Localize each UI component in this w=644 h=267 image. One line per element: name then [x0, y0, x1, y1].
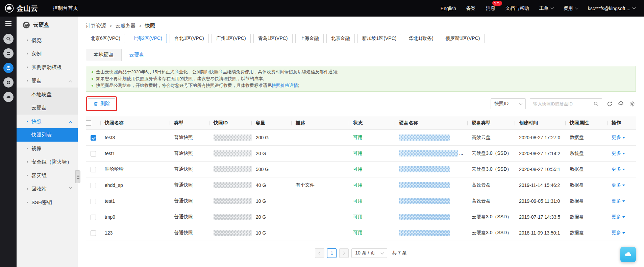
- menu-icon[interactable]: [5, 21, 11, 26]
- messages-link[interactable]: 消息 975: [486, 5, 495, 11]
- sidebar-item-2[interactable]: 实例启动模板: [17, 60, 78, 74]
- more-actions-link[interactable]: 更多: [612, 150, 625, 156]
- snapshot-id-cell: [209, 193, 252, 209]
- region-tab-9[interactable]: 俄罗斯1区(VPC): [441, 34, 485, 43]
- sidebar-item-8[interactable]: 镜像: [17, 142, 78, 155]
- breadcrumb-item[interactable]: 云服务器: [116, 23, 136, 29]
- page-size-select[interactable]: 10 条 / 页: [351, 248, 387, 258]
- search-input[interactable]: [533, 101, 593, 106]
- billing-menu[interactable]: 费用: [564, 5, 578, 11]
- row-checkbox[interactable]: [91, 183, 96, 188]
- row-checkbox[interactable]: [91, 151, 96, 156]
- row-checkbox[interactable]: [91, 135, 96, 141]
- status-cell: 可用: [349, 130, 395, 146]
- notice-line-2: 如果您不再计划使用快照服务或者存在无用的快照，建议您尽快清理快照，以节约成本;: [96, 75, 264, 82]
- sidebar-item-12[interactable]: SSH密钥: [17, 196, 78, 209]
- row-checkbox[interactable]: [91, 199, 96, 204]
- search-box: [530, 98, 602, 109]
- column-header-2: 快照ID: [209, 116, 252, 130]
- product-cloud-icon[interactable]: [3, 92, 14, 102]
- region-tab-3[interactable]: 广州1区(VPC): [212, 34, 251, 43]
- breadcrumb-item[interactable]: 计算资源: [86, 23, 106, 29]
- more-actions-link[interactable]: 更多: [612, 182, 625, 188]
- next-page-button[interactable]: [339, 248, 349, 258]
- product-security-icon[interactable]: [3, 77, 14, 88]
- price-detail-link[interactable]: 快照价格详情: [272, 83, 298, 88]
- more-actions-link[interactable]: 更多: [612, 214, 625, 220]
- row-checkbox[interactable]: [91, 167, 96, 172]
- redacted-disk-name[interactable]: [399, 182, 450, 188]
- sidebar-item-1[interactable]: 实例: [17, 47, 78, 60]
- breadcrumb: 计算资源 > 云服务器 > 快照: [86, 23, 636, 29]
- sidebar-item-3[interactable]: 硬盘: [17, 74, 78, 88]
- more-actions-link[interactable]: 更多: [612, 135, 625, 141]
- redacted-disk-name[interactable]: [399, 230, 450, 236]
- redacted-disk-name[interactable]: [399, 135, 450, 141]
- region-tab-4[interactable]: 青岛1区(VPC): [253, 34, 293, 43]
- tab-cloud-disk[interactable]: 云硬盘: [121, 49, 152, 61]
- product-server-icon[interactable]: [3, 48, 14, 58]
- kingsoft-cloud-logo[interactable]: 金山云: [5, 4, 38, 13]
- sidebar-item-9[interactable]: 安全组（防火墙）: [17, 155, 78, 169]
- sidebar-collapse-handle[interactable]: [75, 170, 80, 183]
- refresh-icon: [607, 101, 613, 107]
- status-cell: 可用: [349, 193, 395, 209]
- main-content: 计算资源 > 云服务器 > 快照 北京6区(VPC)上海2区(VPC)台北1区(…: [78, 17, 644, 267]
- more-actions-link[interactable]: 更多: [612, 230, 625, 236]
- row-checkbox[interactable]: [91, 230, 96, 236]
- workorder-menu[interactable]: 工单: [539, 5, 553, 11]
- search-icon[interactable]: [593, 101, 599, 106]
- more-actions-link[interactable]: 更多: [612, 198, 625, 204]
- beian-link[interactable]: 备案: [466, 5, 476, 11]
- product-search-icon[interactable]: [3, 34, 14, 44]
- redacted-disk-name[interactable]: [399, 214, 450, 220]
- language-link[interactable]: English: [441, 6, 456, 11]
- filter-type-select[interactable]: 快照ID: [491, 98, 526, 109]
- sidebar-title-text: 云硬盘: [33, 22, 49, 29]
- sidebar-item-label: 快照: [31, 118, 42, 125]
- filter-selected-value: 快照ID: [494, 101, 509, 107]
- region-tab-2[interactable]: 台北1区(VPC): [170, 34, 209, 43]
- select-all-checkbox[interactable]: [86, 120, 91, 126]
- caret-down-icon: [622, 153, 625, 154]
- refresh-button[interactable]: [606, 100, 613, 107]
- more-actions-link[interactable]: 更多: [612, 166, 625, 172]
- row-checkbox[interactable]: [91, 215, 96, 220]
- download-button[interactable]: [617, 100, 625, 107]
- region-tab-5[interactable]: 上海金融: [295, 34, 324, 43]
- redacted-disk-name[interactable]: [399, 166, 450, 172]
- redacted-disk-name[interactable]: [399, 150, 458, 156]
- sidebar-item-11[interactable]: 回收站: [17, 182, 78, 196]
- sidebar-item-4[interactable]: 本地硬盘: [17, 88, 78, 101]
- caret-down-icon: [622, 169, 625, 170]
- region-tab-1[interactable]: 上海2区(VPC): [128, 34, 167, 43]
- product-cloud-disk-icon[interactable]: [3, 63, 14, 73]
- region-tab-0[interactable]: 北京6区(VPC): [86, 34, 125, 43]
- redacted-disk-name[interactable]: [399, 198, 450, 204]
- caret-down-icon: [622, 200, 625, 202]
- column-header-5: 状态: [349, 116, 395, 130]
- sidebar-item-5[interactable]: 云硬盘: [17, 101, 78, 115]
- sidebar-item-10[interactable]: 容灾组: [17, 169, 78, 182]
- prev-page-button[interactable]: [315, 248, 324, 258]
- tab-local-disk[interactable]: 本地硬盘: [86, 49, 122, 61]
- sidebar-item-6[interactable]: 快照: [17, 115, 78, 128]
- snapshot-name-cell: 123: [101, 225, 170, 241]
- delete-button[interactable]: 删除: [88, 98, 115, 109]
- sidebar-item-7[interactable]: 快照列表: [17, 128, 78, 142]
- region-tab-8[interactable]: 华北1(政务): [404, 34, 438, 43]
- console-home-link[interactable]: 控制台首页: [53, 5, 78, 11]
- sidebar-item-0[interactable]: 概览: [17, 33, 78, 47]
- help-float-button[interactable]: [620, 247, 636, 262]
- capacity-cell: 40 G: [252, 177, 292, 193]
- current-page-button[interactable]: 1: [327, 248, 337, 258]
- region-tab-6[interactable]: 北京金融: [326, 34, 355, 43]
- settings-button[interactable]: [629, 100, 636, 107]
- disk-name-cell: ...: [395, 146, 468, 162]
- docs-help-link[interactable]: 文档与帮助: [505, 5, 529, 11]
- more-label: 更多: [612, 135, 621, 141]
- account-menu[interactable]: ksc***fs@kingsoft....: [588, 6, 635, 11]
- capacity-cell: 20 G: [252, 146, 292, 162]
- snapshot-type-cell: 普通快照: [170, 193, 209, 209]
- region-tab-7[interactable]: 新加坡1区(VPC): [357, 34, 401, 43]
